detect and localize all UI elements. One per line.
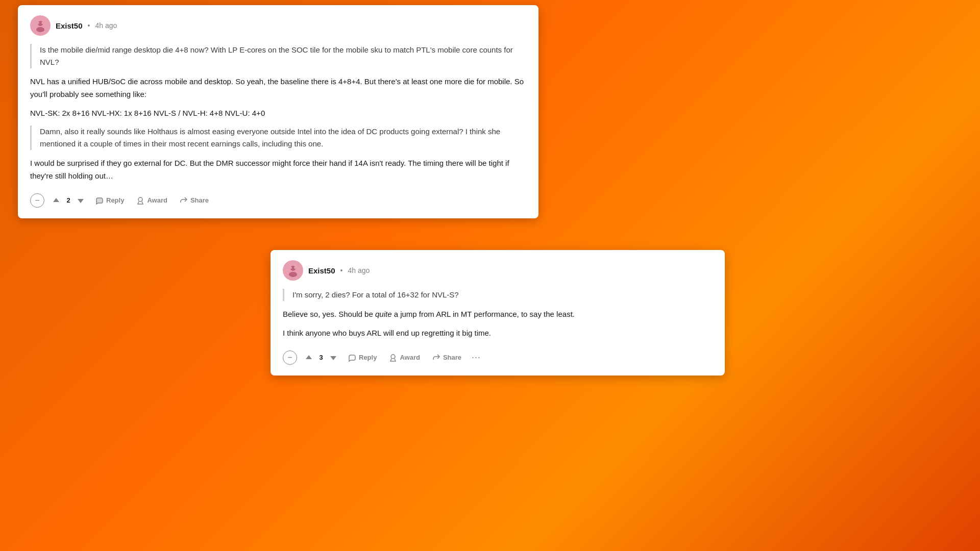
blockquote-1-top: Is the mobile die/mid range desktop die … <box>30 44 526 68</box>
svg-point-3 <box>41 22 43 24</box>
blockquote-1-bottom: I'm sorry, 2 dies? For a total of 16+32 … <box>283 289 713 301</box>
downvote-button-top[interactable] <box>73 193 88 208</box>
username-bottom: Exist50 <box>308 266 335 275</box>
share-button-top[interactable]: Share <box>175 193 214 208</box>
share-button-bottom[interactable]: Share <box>427 350 467 365</box>
svg-point-4 <box>138 197 142 202</box>
collapse-button-bottom[interactable]: − <box>283 350 297 365</box>
downvote-button-bottom[interactable] <box>326 350 341 365</box>
reply-button-top[interactable]: Reply <box>90 193 129 208</box>
award-button-top[interactable]: Award <box>131 193 173 208</box>
blockquote-2-top: Damn, also it really sounds like Holthau… <box>30 126 526 150</box>
svg-point-1 <box>36 27 44 32</box>
paragraph-1-bottom: Believe so, yes. Should be quite a jump … <box>283 308 713 321</box>
dot-sep-top: • <box>88 21 90 30</box>
paragraph-2-top: NVL-SK: 2x 8+16 NVL-HX: 1x 8+16 NVL-S / … <box>30 107 526 120</box>
action-bar-bottom: − 3 Reply Awa <box>283 346 713 365</box>
timestamp-top: 4h ago <box>95 21 117 30</box>
avatar-bottom <box>283 260 303 281</box>
vote-count-bottom: 3 <box>317 354 325 361</box>
username-top: Exist50 <box>56 21 83 30</box>
svg-point-9 <box>391 355 395 359</box>
upvote-button-top[interactable] <box>48 193 64 208</box>
user-row-top: Exist50 • 4h ago <box>30 15 526 36</box>
svg-point-8 <box>294 267 296 269</box>
comment-card-bottom: Exist50 • 4h ago I'm sorry, 2 dies? For … <box>271 250 725 375</box>
comment-card-top: Exist50 • 4h ago Is the mobile die/mid r… <box>18 5 538 218</box>
upvote-button-bottom[interactable] <box>301 350 316 365</box>
paragraph-2-bottom: I think anyone who buys ARL will end up … <box>283 327 713 340</box>
reply-button-bottom[interactable]: Reply <box>343 350 382 365</box>
vote-group-bottom: 3 <box>301 350 341 365</box>
more-button-bottom[interactable]: ··· <box>469 350 484 365</box>
paragraph-1-top: NVL has a unified HUB/SoC die across mob… <box>30 76 526 101</box>
avatar-top <box>30 15 51 36</box>
svg-point-7 <box>290 267 292 269</box>
vote-count-top: 2 <box>65 196 72 204</box>
user-row-bottom: Exist50 • 4h ago <box>283 260 713 281</box>
timestamp-bottom: 4h ago <box>348 266 370 274</box>
svg-point-6 <box>289 272 297 277</box>
paragraph-3-top: I would be surprised if they go external… <box>30 157 526 183</box>
dot-sep-bottom: • <box>340 266 343 274</box>
svg-point-2 <box>37 22 39 24</box>
vote-group-top: 2 <box>48 193 88 208</box>
action-bar-top: − 2 Reply <box>30 189 526 208</box>
award-button-bottom[interactable]: Award <box>384 350 425 365</box>
collapse-button-top[interactable]: − <box>30 193 44 208</box>
